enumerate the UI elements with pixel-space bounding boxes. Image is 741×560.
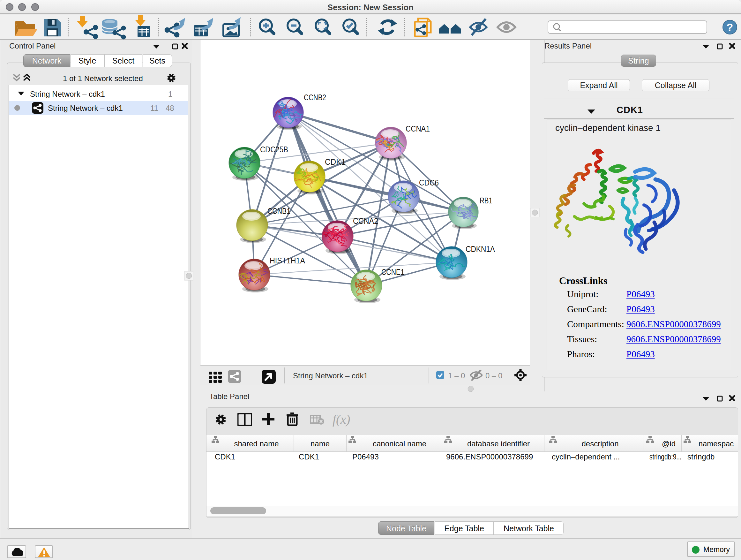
svg-text:CDC6: CDC6 <box>419 178 439 187</box>
svg-text:HIST1H1A: HIST1H1A <box>270 256 306 265</box>
svg-text:CCNB1: CCNB1 <box>267 206 290 216</box>
svg-text:CCNA1: CCNA1 <box>406 124 430 133</box>
svg-text:CCNB2: CCNB2 <box>304 92 326 102</box>
svg-text:CDC25B: CDC25B <box>260 145 288 154</box>
svg-text:?: ? <box>727 21 733 33</box>
svg-text:CCNE1: CCNE1 <box>381 267 404 277</box>
svg-text:RB1: RB1 <box>480 196 492 205</box>
svg-text:CCNA2: CCNA2 <box>353 216 378 226</box>
svg-text:CDK1: CDK1 <box>325 157 346 167</box>
svg-text:CDKN1A: CDKN1A <box>466 244 495 254</box>
